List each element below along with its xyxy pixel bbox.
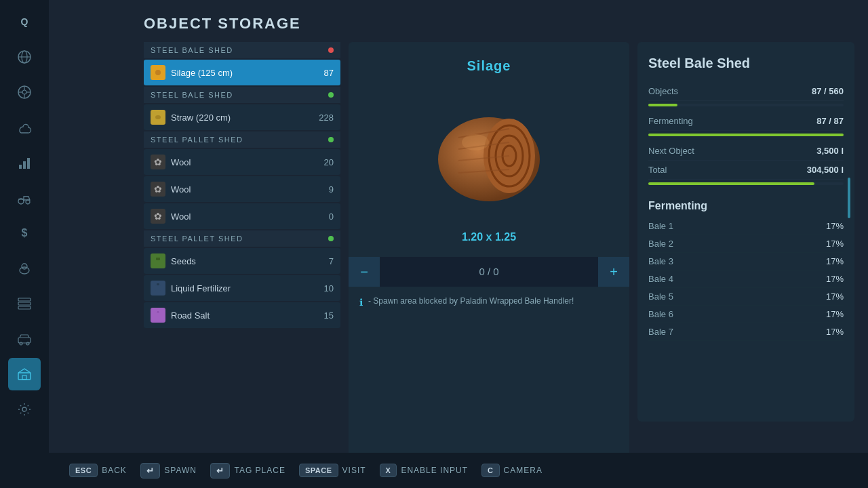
wool1-count: 20 bbox=[313, 157, 334, 167]
svg-rect-30 bbox=[156, 258, 160, 260]
bale-5-pct: 17% bbox=[826, 291, 844, 302]
silage-count: 87 bbox=[313, 68, 334, 78]
svg-point-14 bbox=[20, 267, 29, 274]
sidebar-item-money[interactable]: $ bbox=[8, 217, 41, 249]
wool1-icon: ✿ bbox=[151, 155, 165, 169]
bale-row-2: Bale 2 17% bbox=[648, 235, 844, 253]
camera-key[interactable]: C bbox=[481, 464, 499, 477]
list-item-silage[interactable]: Silage (125 cm) 87 bbox=[144, 60, 340, 85]
spawn-key[interactable]: ↵ bbox=[140, 463, 161, 479]
main-content: OBJECT STORAGE STEEL BALE SHED Silage (1… bbox=[49, 0, 868, 488]
objects-label: Objects bbox=[648, 86, 678, 96]
next-object-label: Next Object bbox=[648, 146, 694, 156]
bale-2-label: Bale 2 bbox=[648, 239, 673, 249]
increment-button[interactable]: + bbox=[598, 257, 629, 287]
svg-rect-33 bbox=[155, 312, 161, 319]
bale-1-pct: 17% bbox=[826, 221, 844, 231]
bale-row-7: Bale 7 17% bbox=[648, 323, 844, 341]
detail-controls: − 0 / 0 + bbox=[349, 257, 629, 287]
bale-2-pct: 17% bbox=[826, 239, 844, 249]
detail-image bbox=[414, 85, 564, 220]
sidebar-item-tractor[interactable] bbox=[8, 182, 41, 214]
bale-4-pct: 17% bbox=[826, 274, 844, 284]
bale-6-label: Bale 6 bbox=[648, 309, 673, 319]
wool3-name: Wool bbox=[171, 211, 308, 222]
svg-rect-18 bbox=[18, 306, 31, 309]
shed-header-4: STEEL PALLET SHED bbox=[144, 230, 340, 247]
fermenting-progress-fill bbox=[648, 134, 844, 136]
info-icon: ℹ bbox=[359, 297, 363, 308]
bale-3-label: Bale 3 bbox=[648, 256, 673, 266]
shed-header-3: STEEL PALLET SHED bbox=[144, 131, 340, 148]
sidebar-item-globe[interactable] bbox=[8, 41, 41, 73]
detail-panel: Silage bbox=[349, 42, 629, 488]
shed-dot-2 bbox=[328, 92, 334, 98]
fermenting-label: Fermenting bbox=[648, 116, 693, 126]
wool2-count: 9 bbox=[313, 184, 334, 195]
back-label: BACK bbox=[102, 466, 127, 475]
seeds-count: 7 bbox=[313, 256, 334, 266]
key-group-camera: C CAMERA bbox=[481, 464, 542, 477]
sidebar-item-settings[interactable] bbox=[8, 393, 41, 426]
svg-point-28 bbox=[155, 115, 161, 119]
content-area: STEEL BALE SHED Silage (125 cm) 87 STEEL… bbox=[49, 42, 868, 488]
svg-point-15 bbox=[22, 264, 27, 269]
sidebar-item-stats[interactable] bbox=[8, 146, 41, 179]
bale-6-pct: 17% bbox=[826, 309, 844, 319]
sidebar-item-weather[interactable] bbox=[8, 111, 41, 144]
shed-header-1: STEEL BALE SHED bbox=[144, 42, 340, 58]
key-group-visit: SPACE VISIT bbox=[299, 464, 366, 477]
sidebar-item-steering[interactable] bbox=[8, 76, 41, 108]
sidebar-item-q[interactable]: Q bbox=[8, 5, 41, 38]
bale-3-pct: 17% bbox=[826, 256, 844, 266]
sidebar-item-animal[interactable] bbox=[8, 252, 41, 285]
list-item-seeds[interactable]: Seeds 7 bbox=[144, 248, 340, 274]
svg-rect-9 bbox=[19, 165, 22, 169]
svg-rect-17 bbox=[18, 302, 31, 305]
liquid-name: Liquid Fertilizer bbox=[171, 283, 308, 293]
esc-key[interactable]: ESC bbox=[69, 464, 98, 477]
svg-point-24 bbox=[22, 407, 26, 411]
bale-4-label: Bale 4 bbox=[648, 274, 673, 284]
tagplace-key[interactable]: ↵ bbox=[210, 463, 231, 479]
key-group-spawn: ↵ SPAWN bbox=[140, 463, 197, 479]
warning-text: - Spawn area blocked by Paladin Wrapped … bbox=[368, 296, 574, 306]
wool2-name: Wool bbox=[171, 184, 308, 195]
info-panel: Steel Bale Shed Objects 87 / 560 Ferment… bbox=[637, 42, 854, 422]
ctrl-value: 0 / 0 bbox=[380, 257, 598, 287]
list-item-salt[interactable]: Road Salt 15 bbox=[144, 302, 340, 328]
svg-point-13 bbox=[26, 200, 30, 204]
sidebar-item-vehicle[interactable] bbox=[8, 323, 41, 355]
decrement-button[interactable]: − bbox=[349, 257, 380, 287]
list-item-wool3[interactable]: ✿ Wool 0 bbox=[144, 203, 340, 229]
straw-icon bbox=[151, 110, 165, 125]
list-item-wool1[interactable]: ✿ Wool 20 bbox=[144, 149, 340, 175]
sidebar-item-list[interactable] bbox=[8, 287, 41, 320]
shed-dot-3 bbox=[328, 137, 334, 142]
total-progress-fill bbox=[648, 182, 814, 185]
shed-header-2: STEEL BALE SHED bbox=[144, 87, 340, 103]
wool3-count: 0 bbox=[313, 211, 334, 222]
liquid-icon bbox=[151, 281, 165, 296]
list-item-straw[interactable]: Straw (220 cm) 228 bbox=[144, 104, 340, 130]
svg-rect-23 bbox=[22, 375, 26, 380]
key-group-tagplace: ↵ TAG PLACE bbox=[210, 463, 285, 479]
silage-name: Silage (125 cm) bbox=[171, 68, 308, 78]
wool1-name: Wool bbox=[171, 157, 308, 167]
enableinput-key[interactable]: X bbox=[380, 464, 397, 477]
salt-count: 15 bbox=[313, 310, 334, 321]
sidebar-item-storage[interactable] bbox=[8, 358, 41, 390]
bottom-bar: ESC BACK ↵ SPAWN ↵ TAG PLACE SPACE VISIT… bbox=[49, 453, 868, 488]
fermenting-section-title: Fermenting bbox=[648, 200, 844, 212]
visit-key[interactable]: SPACE bbox=[299, 464, 338, 477]
tagplace-label: TAG PLACE bbox=[234, 466, 285, 475]
camera-label: CAMERA bbox=[504, 466, 542, 475]
shed-dot-4 bbox=[328, 236, 334, 241]
list-item-wool2[interactable]: ✿ Wool 9 bbox=[144, 176, 340, 202]
list-item-liquid[interactable]: Liquid Fertilizer 10 bbox=[144, 275, 340, 301]
wool3-icon: ✿ bbox=[151, 209, 165, 224]
detail-warning: ℹ - Spawn area blocked by Paladin Wrappe… bbox=[349, 287, 629, 317]
bale-5-label: Bale 5 bbox=[648, 291, 673, 302]
svg-rect-31 bbox=[155, 285, 161, 291]
objects-row: Objects 87 / 560 bbox=[648, 82, 844, 101]
